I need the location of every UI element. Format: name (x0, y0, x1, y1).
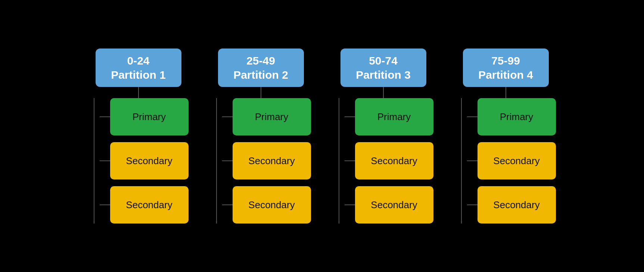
secondary-box-2-2: Secondary (233, 186, 311, 223)
secondary-row-2-1: Secondary (222, 142, 311, 179)
partition-col-3: 50-74Partition 3PrimarySecondarySecondar… (333, 49, 433, 223)
branch-vline-3 (339, 98, 339, 223)
primary-hline-2 (222, 116, 233, 117)
partition-range-1: 0-24 (127, 54, 149, 67)
secondary-row-4-1: Secondary (467, 142, 556, 179)
secondary-hline-1-1 (100, 160, 110, 161)
secondary-hline-4-1 (467, 160, 477, 161)
primary-box-3: Primary (355, 98, 433, 135)
secondary-label-1-2: Secondary (126, 199, 172, 211)
primary-box-2: Primary (233, 98, 311, 135)
primary-label-1: Primary (133, 111, 166, 123)
partition-col-2: 25-49Partition 2PrimarySecondarySecondar… (211, 49, 311, 223)
secondary-hline-3-2 (345, 204, 355, 205)
branch-vline-wrap-3 (333, 98, 345, 223)
partition-col-4: 75-99Partition 4PrimarySecondarySecondar… (456, 49, 556, 223)
branch-3: PrimarySecondarySecondary (333, 98, 433, 223)
nodes-col-4: PrimarySecondarySecondary (467, 98, 556, 223)
secondary-label-3-2: Secondary (371, 199, 417, 211)
secondary-box-4-1: Secondary (477, 142, 556, 179)
partition-label-3: Partition 3 (356, 69, 411, 81)
secondary-box-2-1: Secondary (233, 142, 311, 179)
nodes-col-3: PrimarySecondarySecondary (345, 98, 433, 223)
partition-col-1: 0-24Partition 1PrimarySecondarySecondary (88, 49, 189, 223)
primary-hline-4 (467, 116, 477, 117)
branch-vline-wrap-1 (88, 98, 100, 223)
nodes-col-2: PrimarySecondarySecondary (222, 98, 311, 223)
partition-range-2: 25-49 (246, 54, 275, 67)
secondary-row-4-2: Secondary (467, 186, 556, 223)
primary-row-3: Primary (345, 98, 433, 135)
secondary-row-2-2: Secondary (222, 186, 311, 223)
top-connector-3 (383, 87, 384, 98)
branch-4: PrimarySecondarySecondary (456, 98, 556, 223)
primary-label-3: Primary (377, 111, 411, 123)
partition-range-3: 50-74 (369, 54, 398, 67)
primary-row-2: Primary (222, 98, 311, 135)
primary-box-1: Primary (110, 98, 189, 135)
partition-header-3: 50-74Partition 3 (340, 49, 426, 87)
primary-label-4: Primary (500, 111, 533, 123)
secondary-label-2-2: Secondary (248, 199, 295, 211)
secondary-box-1-2: Secondary (110, 186, 189, 223)
primary-box-4: Primary (477, 98, 556, 135)
secondary-box-4-2: Secondary (477, 186, 556, 223)
partition-label-1: Partition 1 (111, 69, 166, 81)
branch-vline-4 (461, 98, 462, 223)
secondary-row-3-1: Secondary (345, 142, 433, 179)
primary-hline-3 (345, 116, 355, 117)
diagram: 0-24Partition 1PrimarySecondarySecondary… (74, 41, 571, 231)
partition-label-2: Partition 2 (233, 69, 288, 81)
branch-vline-wrap-2 (211, 98, 222, 223)
secondary-hline-2-2 (222, 204, 233, 205)
branch-vline-1 (94, 98, 94, 223)
secondary-label-3-1: Secondary (371, 155, 417, 167)
top-connector-1 (138, 87, 139, 98)
secondary-hline-2-1 (222, 160, 233, 161)
secondary-row-1-2: Secondary (100, 186, 189, 223)
primary-hline-1 (100, 116, 110, 117)
primary-row-1: Primary (100, 98, 189, 135)
secondary-label-2-1: Secondary (248, 155, 295, 167)
secondary-box-3-1: Secondary (355, 142, 433, 179)
secondary-box-1-1: Secondary (110, 142, 189, 179)
top-connector-4 (505, 87, 506, 98)
branch-vline-2 (216, 98, 217, 223)
secondary-row-1-1: Secondary (100, 142, 189, 179)
secondary-row-3-2: Secondary (345, 186, 433, 223)
secondary-label-4-1: Secondary (493, 155, 539, 167)
secondary-label-1-1: Secondary (126, 155, 172, 167)
partition-header-4: 75-99Partition 4 (463, 49, 549, 87)
partition-header-1: 0-24Partition 1 (96, 49, 181, 87)
secondary-box-3-2: Secondary (355, 186, 433, 223)
partition-label-4: Partition 4 (478, 69, 533, 81)
top-connector-2 (261, 87, 261, 98)
primary-row-4: Primary (467, 98, 556, 135)
secondary-hline-4-2 (467, 204, 477, 205)
branch-vline-wrap-4 (456, 98, 467, 223)
partition-header-2: 25-49Partition 2 (218, 49, 304, 87)
secondary-hline-3-1 (345, 160, 355, 161)
primary-label-2: Primary (255, 111, 289, 123)
secondary-label-4-2: Secondary (493, 199, 539, 211)
partition-range-4: 75-99 (491, 54, 520, 67)
branch-2: PrimarySecondarySecondary (211, 98, 311, 223)
secondary-hline-1-2 (100, 204, 110, 205)
branch-1: PrimarySecondarySecondary (88, 98, 189, 223)
nodes-col-1: PrimarySecondarySecondary (100, 98, 189, 223)
